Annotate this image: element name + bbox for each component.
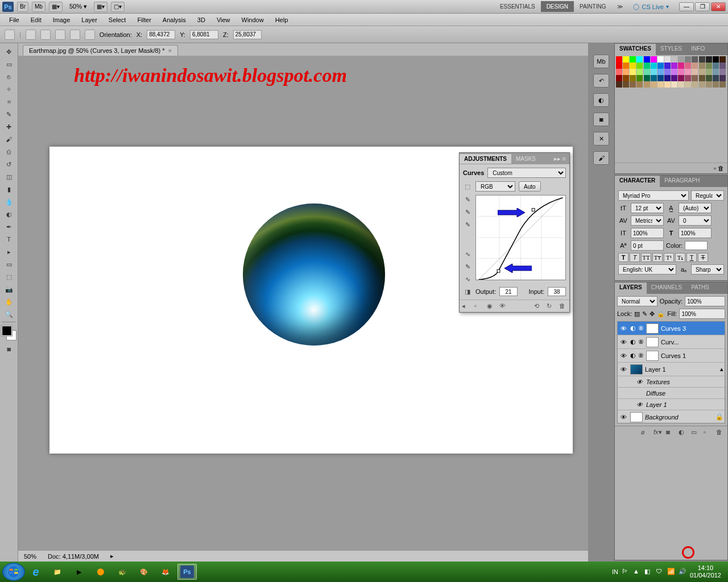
swatch[interactable] — [685, 81, 691, 88]
swatch[interactable] — [630, 75, 636, 81]
tab-styles[interactable]: STYLES — [656, 44, 686, 55]
arrange-documents-button[interactable]: ▦▾ — [94, 2, 107, 12]
font-size-select[interactable]: 12 pt — [631, 203, 664, 213]
swatch[interactable] — [623, 81, 629, 88]
swatch[interactable] — [706, 56, 712, 63]
layer-row[interactable]: 👁 ◐ ⑧ Curves 3 — [618, 322, 725, 335]
link-layers-icon[interactable]: ⌀ — [641, 429, 650, 436]
move-tool-icon[interactable]: ✥ — [2, 45, 16, 58]
antialias-select[interactable]: Sharp — [691, 264, 724, 275]
panel-collapse-icon[interactable]: ▸▸ ≡ — [551, 155, 569, 163]
swatch[interactable] — [692, 69, 698, 75]
adjustment-layer-icon[interactable]: ◐ — [679, 429, 688, 436]
stamp-tool-icon[interactable]: ⎙ — [2, 146, 16, 158]
swatch[interactable] — [692, 56, 698, 63]
target-tool-icon[interactable]: ⬚ — [463, 182, 472, 191]
layer-effect-row[interactable]: Diffuse — [618, 388, 725, 399]
curve-smooth-icon[interactable]: ∿ — [463, 275, 472, 284]
lock-pixels-icon[interactable]: ✎ — [642, 310, 647, 318]
3d-tool-icon[interactable]: ⬚ — [2, 271, 16, 283]
minibridge-button[interactable]: Mb — [32, 2, 46, 12]
swatch[interactable] — [616, 81, 622, 88]
hand-tool-icon[interactable]: ✋ — [2, 296, 16, 308]
mask-icon[interactable]: ◙ — [666, 429, 675, 436]
swatch[interactable] — [706, 81, 712, 88]
tab-channels[interactable]: CHANNELS — [647, 282, 686, 294]
color-swatches[interactable] — [2, 326, 16, 340]
swatches-grid[interactable] — [615, 55, 727, 89]
new-swatch-icon[interactable]: ▫ — [714, 165, 716, 172]
firefox-taskbar-icon[interactable]: 🦊 — [156, 564, 175, 580]
swatch[interactable] — [651, 75, 657, 81]
fx-icon[interactable]: fx▾ — [653, 429, 663, 436]
close-button[interactable]: ✕ — [711, 2, 726, 11]
workspace-more[interactable]: ≫ — [611, 1, 628, 12]
tab-info[interactable]: INFO — [686, 44, 709, 55]
opacity-field[interactable] — [685, 296, 725, 306]
language-select[interactable]: English: UK — [618, 264, 676, 275]
swatch[interactable] — [678, 69, 684, 75]
pan-icon[interactable] — [55, 30, 65, 40]
swatch[interactable] — [623, 69, 629, 75]
swatch[interactable] — [713, 75, 719, 81]
font-family-select[interactable]: Myriad Pro — [618, 190, 689, 201]
swatch[interactable] — [636, 69, 643, 75]
zoom-level[interactable]: 50% ▾ — [66, 3, 90, 10]
swatch[interactable] — [699, 75, 705, 81]
auto-button[interactable]: Auto — [519, 181, 541, 192]
menu-layer[interactable]: Layer — [76, 15, 103, 25]
tab-character[interactable]: CHARACTER — [615, 176, 660, 187]
italic-button[interactable]: T — [630, 253, 640, 262]
swatch[interactable] — [699, 63, 705, 69]
swatch[interactable] — [644, 69, 650, 75]
document-tab[interactable]: Earthmap.jpg @ 50% (Curves 3, Layer Mask… — [23, 45, 178, 56]
doc-size-status[interactable]: Doc: 4,11M/3,00M — [48, 553, 99, 560]
ie-taskbar-icon[interactable]: e — [26, 564, 46, 580]
curves-graph[interactable] — [475, 195, 566, 280]
channel-select[interactable]: RGB — [475, 181, 515, 192]
media-taskbar-icon[interactable]: ▶ — [69, 564, 89, 580]
layer-row[interactable]: 👁 ◐⑧ Curv... — [618, 335, 725, 349]
workspace-painting[interactable]: PAINTING — [574, 1, 611, 12]
tab-adjustments[interactable]: ADJUSTMENTS — [460, 154, 511, 164]
input-field[interactable] — [548, 287, 566, 296]
lock-transparency-icon[interactable]: ▨ — [634, 310, 640, 318]
roll-icon[interactable] — [40, 30, 51, 40]
masks-dock-icon[interactable]: ◙ — [593, 113, 609, 126]
underline-button[interactable]: T — [686, 253, 697, 262]
menu-analysis[interactable]: Analysis — [157, 15, 192, 25]
photoshop-taskbar-icon[interactable]: Ps — [177, 564, 197, 580]
tab-swatches[interactable]: SWATCHES — [615, 44, 656, 55]
swatch[interactable] — [630, 63, 636, 69]
minimize-button[interactable]: — — [679, 2, 694, 11]
allcaps-button[interactable]: TT — [641, 253, 651, 262]
sampler-icon[interactable]: ✎ — [463, 195, 472, 204]
swatch[interactable] — [651, 56, 657, 63]
swatch[interactable] — [636, 56, 643, 63]
reset-icon[interactable]: ↻ — [547, 302, 555, 310]
adjustments-panel[interactable]: ADJUSTMENTS MASKS ▸▸ ≡ Curves Custom ⬚ R… — [459, 152, 570, 313]
layer-row[interactable]: 👁 ◐⑧ Curves 1 — [618, 349, 725, 363]
swatch[interactable] — [713, 69, 719, 75]
eyedropper-tool-icon[interactable]: ✎ — [2, 108, 16, 120]
taskbar-clock[interactable]: 14:10 01/04/2012 — [690, 564, 721, 579]
swatch[interactable] — [671, 69, 677, 75]
swatch[interactable] — [713, 81, 719, 88]
visibility-icon[interactable]: 👁 — [619, 352, 628, 359]
zoom-status[interactable]: 50% — [24, 553, 36, 560]
explorer-taskbar-icon[interactable]: 📁 — [48, 564, 67, 580]
swatch[interactable] — [644, 56, 650, 63]
canvas-area[interactable]: http://iwanindosawit.blogspot.com ADJUST… — [18, 56, 588, 550]
swatch[interactable] — [657, 75, 664, 81]
screen-mode-button[interactable]: ▢▾ — [111, 2, 125, 12]
swatch[interactable] — [644, 63, 650, 69]
swatch[interactable] — [678, 56, 684, 63]
swatch[interactable] — [616, 75, 622, 81]
kerning-select[interactable]: Metrics — [631, 215, 664, 226]
tray-flag-icon[interactable]: 🏳 — [622, 568, 630, 576]
menu-filter[interactable]: Filter — [131, 15, 156, 25]
layer-row[interactable]: 👁 Background 🔒 — [618, 410, 725, 423]
swatch[interactable] — [664, 75, 671, 81]
scale-icon[interactable] — [85, 30, 95, 40]
group-icon[interactable]: ▭ — [691, 429, 700, 436]
